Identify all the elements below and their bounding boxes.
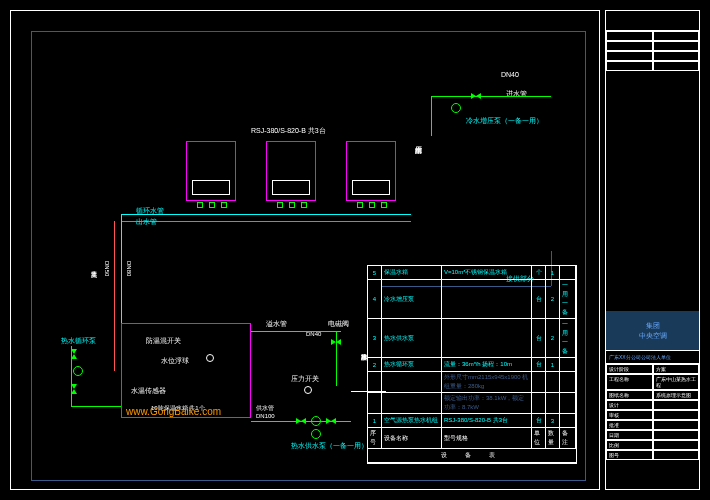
table-row: 3热水供水泵台2一用一备 xyxy=(368,319,576,358)
table-title: 设 备 表 xyxy=(368,449,576,463)
supply-pump-1 xyxy=(311,416,321,426)
drawing-frame: RSJ-380/S-820-B 共3台 空压排水阀 DN40 进水管 冷水增压泵… xyxy=(10,10,600,490)
watermark: www.GongBaike.com xyxy=(126,406,221,417)
hw-supply-label: 热水供水泵（一备一用） xyxy=(291,441,368,451)
table-row: 外形尺寸mm2115x945x1900 机组重量：280kg xyxy=(368,372,576,393)
supply-pump-2 xyxy=(311,429,321,439)
manifold-bot xyxy=(121,221,411,222)
out-pipe-label: 出水管 xyxy=(136,217,157,227)
table-row: 额定输出功率：38.1kW，额定功率：8.7kW xyxy=(368,393,576,414)
supply-dn-label: DN100 xyxy=(256,413,275,419)
cold-pump-label: 冷水增压泵（一备一用） xyxy=(466,116,543,126)
units-label: RSJ-380/S-820-B 共3台 xyxy=(251,126,326,136)
supply-valve-2 xyxy=(326,418,336,424)
heat-pump-unit-2 xyxy=(266,141,316,201)
tb-subtitle: 广东XX分公司公司法人单位 xyxy=(606,351,699,364)
title-block: 集团 中央空调 广东XX分公司公司法人单位 设计阶段方案 工程名称广东中山某热水… xyxy=(605,10,700,490)
cold-pump xyxy=(451,103,461,113)
tb-top xyxy=(606,11,699,31)
table-header: 序号设备名称型号规格单位数量备注 xyxy=(368,428,576,449)
tank-mix-label: 防温混开关 xyxy=(146,336,181,346)
dn50-label: DN50 xyxy=(104,261,110,276)
hw-return-pipe xyxy=(71,406,121,407)
hw-circ-pump xyxy=(73,366,83,376)
overflow-pipe xyxy=(251,331,341,332)
tank-level-label: 水位浮球 xyxy=(161,356,189,366)
hw-return-v xyxy=(71,346,72,406)
manifold-top xyxy=(121,214,411,215)
evalve-label: 电磁阀 xyxy=(328,319,349,329)
pressure-label: 压力开关 xyxy=(291,374,319,384)
inlet-pipe-h xyxy=(431,96,551,97)
tb-spacer xyxy=(606,71,699,311)
table-row: 2热水循环泵流量：36m³/h 扬程：10m台1 xyxy=(368,358,576,372)
dn80-label: DN80 xyxy=(126,261,132,276)
supply-pipe-label: 供水管 xyxy=(256,404,274,413)
heat-pump-unit-1 xyxy=(186,141,236,201)
overflow-label: 溢水管 xyxy=(266,319,287,329)
pressure-switch xyxy=(304,386,312,394)
table-row: 5保温水箱V=10m³不锈钢保温水箱个1 xyxy=(368,266,576,280)
circ-pipe-label: 循环水管 xyxy=(136,206,164,216)
heat-pump-unit-3 xyxy=(346,141,396,201)
hw-circ-label: 热水循环泵 xyxy=(61,336,96,346)
company-logo: 集团 中央空调 xyxy=(606,311,699,351)
supply-valve-1 xyxy=(296,418,306,424)
tb-grid-top xyxy=(606,31,699,71)
inlet-label: 进水管 xyxy=(506,89,527,99)
left-pipe-1 xyxy=(121,214,122,339)
tb-grid-bot: 设计阶段方案 工程名称广东中山某热水工程 图纸名称系统原理示意图 设计 审核 批… xyxy=(606,364,699,460)
inlet-valve xyxy=(471,93,481,99)
table-row: 1空气源热泵热水机组RSJ-380/S-820-B 共3台台3 xyxy=(368,414,576,428)
tank-sensor-label: 水温传感器 xyxy=(131,386,166,396)
left-pipe-2 xyxy=(114,221,115,371)
table-row: 4冷水增压泵台2一用一备 xyxy=(368,280,576,319)
dn40-label: DN40 xyxy=(501,71,519,78)
level-sensor xyxy=(206,354,214,362)
electro-valve xyxy=(331,339,341,345)
inlet-pipe-v xyxy=(431,96,432,136)
equipment-table: 5保温水箱V=10m³不锈钢保温水箱个1 4冷水增压泵台2一用一备 3热水供水泵… xyxy=(367,265,577,464)
